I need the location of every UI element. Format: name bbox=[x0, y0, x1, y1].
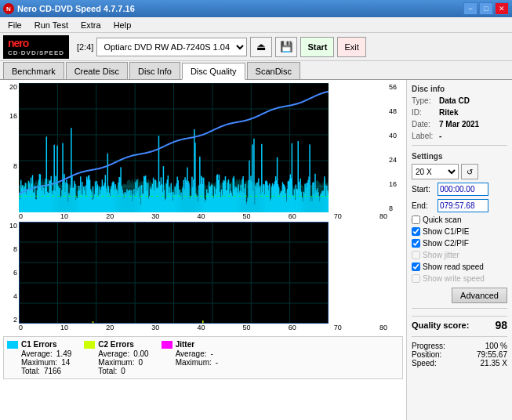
speed-row: 20 X ↺ bbox=[412, 164, 507, 179]
title-bar: N Nero CD-DVD Speed 4.7.7.16 − □ ✕ bbox=[0, 0, 512, 17]
show-writespeed-checkbox[interactable] bbox=[412, 274, 420, 283]
tab-scandisc[interactable]: ScanDisc bbox=[247, 62, 300, 79]
x-10: 10 bbox=[60, 212, 68, 220]
end-input[interactable]: 079:57.68 bbox=[438, 199, 488, 212]
x-30: 30 bbox=[151, 212, 159, 220]
maximize-button[interactable]: □ bbox=[479, 2, 493, 15]
tab-discinfo[interactable]: Disc Info bbox=[129, 62, 180, 79]
bx-40: 40 bbox=[197, 324, 205, 331]
quick-scan-checkbox[interactable] bbox=[412, 215, 420, 224]
c1-avg-val: 1.49 bbox=[56, 349, 71, 358]
menu-extra[interactable]: Extra bbox=[76, 19, 106, 31]
show-c1pie-checkbox[interactable] bbox=[412, 227, 420, 236]
drive-select[interactable]: Optiarc DVD RW AD-7240S 1.04 bbox=[96, 38, 247, 56]
right-panel: Disc info Type: Data CD ID: Ritek Date: … bbox=[406, 80, 512, 420]
drive-prefix: [2:4] bbox=[77, 42, 93, 52]
by-label-6: 6 bbox=[13, 269, 17, 277]
y-label-20: 20 bbox=[9, 83, 17, 91]
progress-value: 100 % bbox=[485, 342, 507, 350]
menu-file[interactable]: File bbox=[3, 19, 27, 31]
jitter-avg-val: - bbox=[210, 349, 212, 358]
advanced-button[interactable]: Advanced bbox=[452, 288, 507, 303]
show-writespeed-row: Show write speed bbox=[412, 274, 507, 283]
x-40: 40 bbox=[197, 212, 205, 220]
close-button[interactable]: ✕ bbox=[495, 2, 509, 15]
legend-c2: C2 Errors Average:0.00 Maximum:0 Total:0 bbox=[84, 340, 148, 375]
tab-discquality[interactable]: Disc Quality bbox=[182, 63, 245, 80]
c1-color bbox=[7, 341, 18, 349]
minimize-button[interactable]: − bbox=[463, 2, 478, 15]
bx-50: 50 bbox=[243, 324, 251, 331]
app-icon: N bbox=[3, 3, 14, 14]
disc-date-key: Date: bbox=[412, 120, 437, 129]
c2-total-key: Total: bbox=[98, 367, 117, 375]
menu-bar: File Run Test Extra Help bbox=[0, 17, 512, 33]
disc-type-key: Type: bbox=[412, 96, 437, 105]
show-writespeed-label: Show write speed bbox=[423, 274, 485, 283]
start-label: Start: bbox=[412, 185, 435, 194]
c2-color bbox=[84, 341, 95, 349]
start-input[interactable]: 000:00.00 bbox=[438, 183, 488, 196]
progress-row: Progress: 100 % bbox=[412, 342, 507, 350]
start-button[interactable]: Start bbox=[300, 37, 334, 57]
disc-id-key: ID: bbox=[412, 108, 437, 117]
bottom-chart bbox=[19, 222, 329, 324]
menu-help[interactable]: Help bbox=[109, 19, 136, 31]
jitter-avg-key: Average: bbox=[176, 349, 207, 358]
show-readspeed-checkbox[interactable] bbox=[412, 262, 420, 271]
disc-id-val: Ritek bbox=[439, 108, 458, 117]
divider-1 bbox=[412, 145, 507, 146]
disc-label-row: Label: - bbox=[412, 132, 507, 140]
eject-button[interactable]: ⏏ bbox=[250, 37, 272, 57]
settings-label: Settings bbox=[412, 152, 507, 161]
show-readspeed-row: Show read speed bbox=[412, 262, 507, 271]
bx-10: 10 bbox=[60, 324, 68, 331]
bx-20: 20 bbox=[106, 324, 114, 331]
c2-total-val: 0 bbox=[121, 367, 125, 375]
disc-label-key: Label: bbox=[412, 132, 437, 140]
x-0: 0 bbox=[19, 212, 23, 220]
exit-button[interactable]: Exit bbox=[337, 37, 365, 57]
speed-select[interactable]: 20 X bbox=[412, 164, 459, 179]
x-20: 20 bbox=[106, 212, 114, 220]
speed-label: Speed: bbox=[412, 359, 437, 368]
progress-section: Progress: 100 % Position: 79:55.67 Speed… bbox=[412, 342, 507, 368]
window-title: Nero CD-DVD Speed 4.7.7.16 bbox=[17, 4, 135, 13]
show-c2pif-checkbox[interactable] bbox=[412, 239, 420, 248]
c2-max-val: 0 bbox=[138, 358, 143, 367]
c1-total-val: 7166 bbox=[44, 367, 61, 375]
x-70: 70 bbox=[334, 212, 342, 220]
disc-id-row: ID: Ritek bbox=[412, 108, 507, 117]
c1-total-key: Total: bbox=[21, 367, 40, 375]
show-c2pif-label: Show C2/PIF bbox=[423, 239, 469, 248]
jitter-label: Jitter bbox=[176, 340, 194, 349]
legend-c1: C1 Errors Average:1.49 Maximum:14 Total:… bbox=[7, 340, 71, 375]
c2-avg-key: Average: bbox=[98, 349, 129, 358]
end-label: End: bbox=[412, 201, 435, 210]
c1-max-val: 14 bbox=[61, 358, 70, 367]
show-jitter-checkbox[interactable] bbox=[412, 251, 420, 259]
main-area: 20 16 8 56 48 40 24 16 8 0 bbox=[0, 80, 512, 420]
yr-label-56: 56 bbox=[389, 83, 397, 91]
c1-max-key: Maximum: bbox=[21, 358, 57, 367]
bx-30: 30 bbox=[151, 324, 159, 331]
toolbar: nero CD·DVD/SPEED [2:4] Optiarc DVD RW A… bbox=[0, 33, 512, 61]
divider-2 bbox=[412, 308, 507, 309]
speed-value: 21.35 X bbox=[481, 359, 507, 368]
save-button[interactable]: 💾 bbox=[275, 37, 297, 57]
refresh-button[interactable]: ↺ bbox=[461, 164, 478, 179]
menu-runtest[interactable]: Run Test bbox=[30, 19, 73, 31]
bx-0: 0 bbox=[19, 324, 23, 331]
yr-label-8: 8 bbox=[389, 205, 393, 212]
tab-createdisc[interactable]: Create Disc bbox=[66, 62, 128, 79]
disc-date-row: Date: 7 Mar 2021 bbox=[412, 120, 507, 129]
tab-benchmark[interactable]: Benchmark bbox=[3, 62, 64, 79]
bx-70: 70 bbox=[334, 324, 342, 331]
yr-label-40: 40 bbox=[389, 132, 397, 139]
end-row: End: 079:57.68 bbox=[412, 199, 507, 212]
c1-avg-key: Average: bbox=[21, 349, 53, 358]
bx-80: 80 bbox=[379, 324, 387, 331]
jitter-color bbox=[162, 341, 172, 349]
x-80: 80 bbox=[379, 212, 387, 220]
app-logo: nero CD·DVD/SPEED bbox=[3, 35, 69, 59]
